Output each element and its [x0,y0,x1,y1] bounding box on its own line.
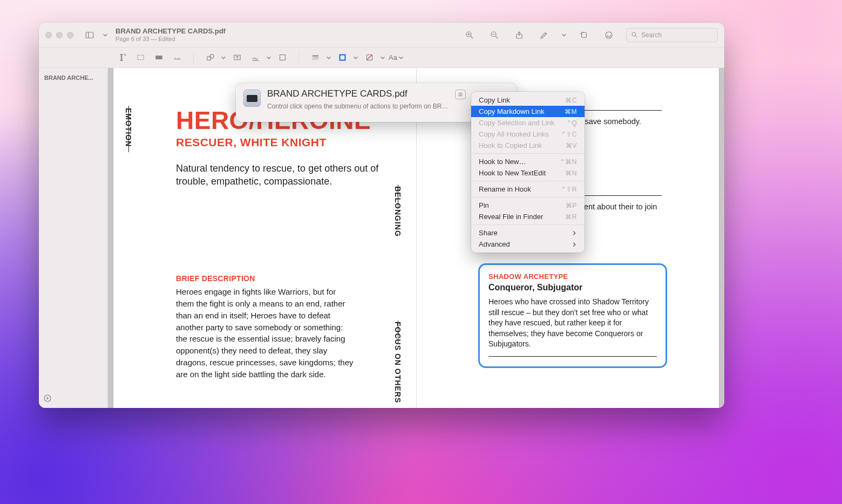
menu-item[interactable]: Hook to New…⌃⌘N [471,156,585,167]
menu-separator [471,197,585,197]
svg-line-7 [495,36,498,38]
hook-title: BRAND ARCHETYPE CARDS.pdf [267,88,449,99]
shadow-subtitle: Conqueror, Subjugator [488,283,657,292]
sign-tool[interactable] [248,51,263,64]
thumbnails-sidebar[interactable]: BRAND ARCHE... [39,68,108,408]
document-title-block[interactable]: BRAND ARCHETYPE CARDS.pdf Page 6 of 33 —… [116,28,226,43]
border-style-tool[interactable] [308,51,323,64]
menu-item[interactable]: Pin⌘P [471,200,585,211]
brief-description-title: BRIEF DESCRIPTION [176,274,413,283]
toolbar-right: Search [462,28,718,42]
markup-toolbar: Aa [39,47,724,68]
titlebar: BRAND ARCHETYPE CARDS.pdf Page 6 of 33 —… [39,23,724,47]
menu-item-label: Copy Link [479,96,510,104]
svg-rect-0 [86,32,93,38]
redact-tool[interactable] [151,51,166,64]
share-button[interactable] [512,28,527,42]
emotion-axis-label: EMOTION [124,108,133,147]
minimize-window-button[interactable] [56,32,63,38]
search-field[interactable]: Search [626,28,718,42]
rectangular-selection-tool[interactable] [133,51,148,64]
menu-item[interactable]: Advanced [471,239,585,250]
menu-separator [471,181,585,181]
svg-point-13 [632,32,636,36]
menu-item-shortcut: ⌃⇧C [561,131,577,138]
chevron-down-icon[interactable] [326,55,331,60]
fill-color-tool[interactable] [362,51,377,64]
menu-item-shortcut: ⌘C [565,97,577,104]
menu-item-shortcut: ⌘N [565,169,577,177]
menu-item-shortcut: ⌘P [566,202,577,209]
text-selection-tool[interactable] [114,51,130,64]
add-page-button[interactable] [43,394,52,405]
border-color-tool[interactable] [335,51,350,64]
menu-item: Copy All Hooked Links⌃⇧C [471,128,585,140]
menu-item-label: Copy Selection and Link [479,119,554,127]
thumbnail-label: BRAND ARCHE... [44,74,102,81]
search-placeholder: Search [641,31,662,39]
chevron-down-icon[interactable] [380,55,385,60]
chevron-down-icon[interactable] [353,55,358,60]
line-icon [488,356,657,357]
chevron-down-icon[interactable] [221,55,226,60]
sidebar-toggle-button[interactable] [82,28,97,42]
search-icon [631,31,638,38]
zoom-in-button[interactable] [462,28,477,42]
document-title: BRAND ARCHETYPE CARDS.pdf [116,28,226,36]
menu-item-label: Pin [479,201,489,209]
chevron-down-icon[interactable] [561,32,567,38]
zoom-out-button[interactable] [487,28,502,42]
menu-item-shortcut: ⌃⌘N [560,158,577,166]
chevron-down-icon[interactable] [103,32,108,38]
doc-left-column: HERO/HEROINE RESCUER, WHITE KNIGHT Natur… [176,109,413,380]
window-controls [45,32,73,38]
menu-item[interactable]: Share [471,227,585,239]
rotate-button[interactable] [576,28,592,42]
menu-item-label: Advanced [479,240,510,248]
shapes-tool[interactable] [202,51,218,64]
menu-item-label: Rename in Hook [479,185,531,193]
svg-rect-26 [280,55,285,60]
text-tool[interactable] [229,51,245,64]
highlight-button[interactable] [601,28,616,42]
brief-description-body: Heroes engage in fights like Warriors, b… [176,286,354,380]
context-menu: Copy Link⌘CCopy Markdown Link⌘MCopy Sele… [471,92,585,253]
svg-rect-11 [582,32,587,37]
text-style-tool[interactable]: Aa [389,53,404,62]
menu-separator [471,153,585,154]
menu-item: Hook to Copied Link⌘V [471,140,585,151]
menu-item-shortcut: ⌘R [565,213,577,221]
menu-item[interactable]: Copy Markdown Link⌘M [471,106,585,117]
close-window-button[interactable] [45,32,52,38]
hook-text: BRAND ARCHETYPE CARDS.pdf Control click … [267,88,449,110]
menu-item-label: Reveal File in Finder [479,213,543,221]
menu-item-shortcut: ⌃Q [566,119,577,127]
menu-item[interactable]: Copy Link⌘C [471,94,585,106]
menu-item[interactable]: Hook to New TextEdit⌘N [471,167,585,179]
document-subtitle: Page 6 of 33 — Edited [116,36,226,43]
shadow-archetype-card: SHADOW ARCHETYPE Conqueror, Subjugator H… [478,263,667,368]
chevron-right-icon [572,230,577,236]
sketch-tool[interactable] [169,51,185,64]
svg-line-3 [471,36,473,38]
svg-rect-19 [155,56,161,59]
menu-item-label: Hook to New… [479,158,526,166]
zoom-window-button[interactable] [67,32,73,38]
markup-button[interactable] [537,28,552,42]
menu-item-label: Share [479,229,498,237]
hook-subtitle: Control click opens the submenu of actio… [267,103,449,110]
chevron-down-icon [398,55,404,60]
hook-list-button[interactable] [455,90,466,99]
svg-line-14 [635,36,637,37]
menu-separator [471,224,585,225]
menu-item[interactable]: Rename in Hook⌃⇧R [471,183,585,195]
chevron-right-icon [572,242,577,247]
menu-item[interactable]: Reveal File in Finder⌘R [471,211,585,222]
shadow-body: Heroes who have crossed into Shadow Terr… [488,297,657,350]
menu-item-label: Copy All Hooked Links [479,130,549,138]
note-tool[interactable] [275,51,290,64]
chevron-down-icon[interactable] [266,55,271,60]
menu-item-label: Hook to Copied Link [479,141,542,149]
svg-rect-30 [339,55,345,60]
svg-line-32 [366,55,372,60]
